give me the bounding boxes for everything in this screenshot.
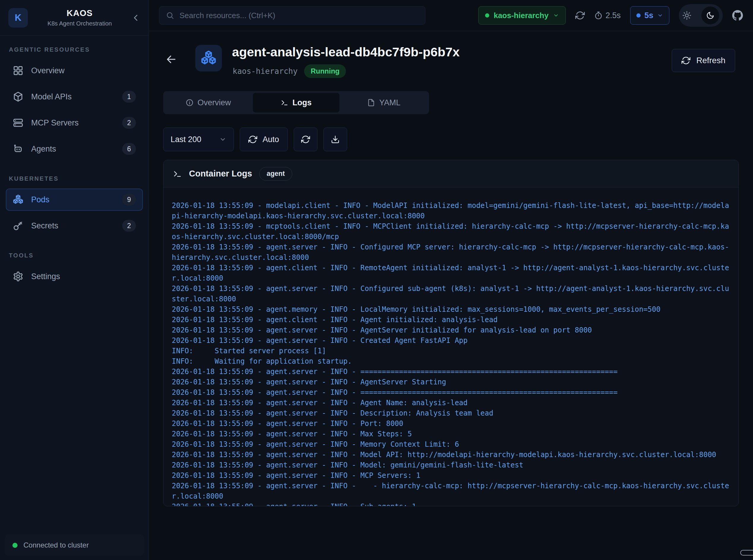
refresh-button-label: Refresh: [696, 56, 726, 65]
log-line: 2026-01-18 13:55:09 - agent.server - INF…: [172, 449, 731, 460]
sidebar-item-label: Agents: [31, 144, 56, 154]
section-label: TOOLS: [9, 252, 140, 259]
container-logs-panel: Container Logs agent 2026-01-18 13:55:09…: [163, 160, 739, 506]
global-refresh-button[interactable]: [575, 11, 585, 20]
container-name-badge: agent: [259, 167, 292, 181]
file-icon: [367, 99, 375, 106]
refresh-icon: [681, 56, 690, 65]
tab-overview[interactable]: Overview: [165, 93, 252, 113]
sidebar-collapse-button[interactable]: [132, 13, 140, 22]
tab-label: YAML: [379, 98, 400, 107]
sidebar-item-label: Pods: [31, 195, 49, 204]
chevron-down-icon: [219, 136, 226, 143]
sidebar-section-tools: TOOLS Settings: [0, 252, 148, 287]
namespace-selector[interactable]: kaos-hierarchy: [478, 6, 566, 25]
stopwatch-icon: [594, 11, 602, 20]
search-input[interactable]: Search resources... (Ctrl+K): [159, 6, 425, 25]
section-label: AGENTIC RESOURCES: [9, 46, 140, 53]
chevron-down-icon: [553, 13, 559, 18]
info-icon: [186, 99, 194, 106]
log-line: 2026-01-18 13:55:09 - agent.server - INF…: [172, 242, 731, 263]
chevron-down-icon: [657, 13, 663, 18]
back-button[interactable]: [165, 54, 177, 65]
tail-lines-value: Last 200: [171, 135, 201, 144]
github-icon: [732, 10, 743, 21]
tail-lines-select[interactable]: Last 200: [163, 127, 234, 151]
chevron-left-icon: [132, 13, 140, 22]
grid-icon: [13, 65, 23, 76]
count-badge: 9: [122, 194, 136, 205]
sidebar-section-kubernetes: KUBERNETES Pods 9 Secrets 2: [0, 175, 148, 237]
horizontal-scrollbar-thumb[interactable]: [740, 550, 753, 556]
github-link[interactable]: [732, 10, 743, 21]
light-theme-button[interactable]: [682, 11, 691, 20]
app-name: KAOS: [28, 8, 132, 18]
search-placeholder: Search resources... (Ctrl+K): [179, 11, 275, 20]
sidebar-item-label: Settings: [31, 272, 60, 281]
reload-logs-button[interactable]: [294, 127, 317, 151]
refresh-interval-selector[interactable]: 5s: [630, 6, 669, 25]
log-line: 2026-01-18 13:55:09 - agent.server - INF…: [172, 408, 731, 419]
arrow-left-icon: [165, 54, 177, 65]
log-line: INFO: Waiting for application startup.: [172, 356, 731, 367]
count-badge: 2: [122, 117, 136, 129]
main-content: agent-analysis-lead-db4bc7f9b-p6b7x kaos…: [149, 31, 753, 560]
log-line: 2026-01-18 13:55:09 - agent.client - INF…: [172, 315, 731, 325]
log-line: 2026-01-18 13:55:09 - agent.server - INF…: [172, 429, 731, 439]
log-line: 2026-01-18 13:55:09 - agent.server - INF…: [172, 471, 731, 481]
terminal-icon: [281, 99, 289, 106]
auto-refresh-toggle[interactable]: Auto: [240, 127, 288, 151]
log-line: 2026-01-18 13:55:09 - agent.server - INF…: [172, 481, 731, 502]
pods-icon: [201, 50, 217, 66]
terminal-icon: [173, 169, 182, 178]
refresh-icon: [575, 11, 585, 20]
moon-icon: [706, 11, 714, 20]
pods-icon: [13, 194, 23, 205]
status-dot-icon: [13, 543, 18, 548]
app-title-block: KAOS K8s Agent Orchestration: [28, 8, 132, 27]
page-title: agent-analysis-lead-db4bc7f9b-p6b7x: [232, 45, 460, 59]
auto-refresh-label: Auto: [262, 135, 279, 144]
tab-label: Logs: [293, 98, 312, 107]
count-badge: 2: [122, 220, 136, 232]
sidebar-item-model-apis[interactable]: Model APIs 1: [6, 86, 143, 108]
tab-logs[interactable]: Logs: [253, 93, 339, 113]
download-logs-button[interactable]: [323, 127, 347, 151]
cluster-status-text: Connected to cluster: [23, 541, 89, 549]
poll-latency-value: 2.5s: [606, 11, 621, 20]
sun-icon: [682, 11, 691, 20]
sidebar-item-label: Model APIs: [31, 92, 72, 101]
pod-icon-tile: [195, 45, 222, 72]
log-line: 2026-01-18 13:55:09 - agent.server - INF…: [172, 387, 731, 398]
tab-yaml[interactable]: YAML: [341, 93, 427, 113]
interval-dot: [636, 13, 640, 18]
sidebar-item-overview[interactable]: Overview: [6, 60, 143, 82]
log-line: 2026-01-18 13:55:09 - agent.server - INF…: [172, 283, 731, 304]
sidebar-item-label: MCP Servers: [31, 118, 79, 127]
key-icon: [13, 220, 23, 231]
log-panel-title: Container Logs: [189, 169, 252, 179]
cluster-status: Connected to cluster: [5, 535, 144, 556]
sidebar-item-agents[interactable]: Agents 6: [6, 138, 143, 160]
sidebar-item-secrets[interactable]: Secrets 2: [6, 215, 143, 237]
page-subtitle-row: kaos-hierarchy Running: [233, 64, 346, 78]
log-line: 2026-01-18 13:55:09 - modelapi.client - …: [172, 201, 731, 221]
sidebar-item-settings[interactable]: Settings: [6, 265, 143, 287]
section-label: KUBERNETES: [9, 175, 140, 182]
log-output[interactable]: 2026-01-18 13:55:09 - modelapi.client - …: [163, 187, 738, 506]
dark-theme-button[interactable]: [701, 6, 719, 24]
refresh-icon: [301, 135, 310, 144]
sidebar-item-mcp-servers[interactable]: MCP Servers 2: [6, 112, 143, 134]
log-line: 2026-01-18 13:55:09 - agent.server - INF…: [172, 336, 731, 346]
topbar: Search resources... (Ctrl+K) kaos-hierar…: [149, 0, 753, 31]
sidebar-item-label: Overview: [31, 66, 65, 75]
status-badge: Running: [304, 64, 346, 78]
refresh-button[interactable]: Refresh: [672, 49, 735, 72]
theme-toggle[interactable]: [679, 4, 723, 27]
sidebar-item-pods[interactable]: Pods 9: [6, 188, 143, 211]
pod-namespace: kaos-hierarchy: [233, 67, 298, 76]
log-line: 2026-01-18 13:55:09 - agent.server - INF…: [172, 502, 731, 506]
count-badge: 6: [122, 143, 136, 155]
sidebar-section-agentic: AGENTIC RESOURCES Overview Model APIs 1: [0, 46, 148, 160]
pod-detail-tabs: Overview Logs YAML: [163, 91, 429, 114]
